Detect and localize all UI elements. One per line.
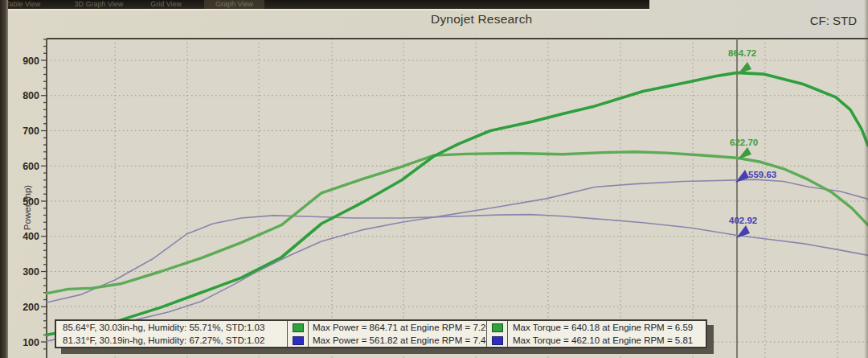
y-tick-label: 900: [23, 56, 39, 67]
series-swatch-cell: [487, 321, 508, 334]
max-power-green: Max Power = 864.71 at Engine RPM = 7.29: [309, 321, 487, 334]
dyno-graph-window: Table View 3D Graph View Grid View Graph…: [0, 0, 868, 358]
series-swatch-cell: [288, 334, 309, 347]
y-tick-label: 300: [23, 266, 39, 278]
weather-conditions-blue: 81.31°F, 30.19in-hg, Humidity: 67.27%, S…: [56, 334, 288, 347]
max-torque-blue: Max Torque = 462.10 at Engine RPM = 5.81: [508, 334, 706, 347]
tab-table-view[interactable]: Table View: [6, 0, 40, 8]
blue-series-swatch: [293, 336, 304, 345]
series-swatch-cell: [487, 334, 508, 347]
tab-3d-graph-view[interactable]: 3D Graph View: [74, 0, 123, 8]
plot-area: [47, 39, 868, 358]
y-tick-label: 400: [23, 231, 39, 242]
tab-grid-view[interactable]: Grid View: [150, 0, 182, 8]
annotation-label: 864.72: [728, 48, 756, 58]
y-tick-label: 800: [23, 90, 39, 101]
y-tick-label: 100: [23, 337, 39, 348]
max-torque-green: Max Torque = 640.18 at Engine RPM = 6.59: [508, 321, 706, 334]
photo-edge-left: [0, 0, 8, 358]
blue-series-swatch: [492, 336, 503, 345]
y-tick-label: 700: [23, 126, 39, 137]
tab-graph-view[interactable]: Graph View: [204, 0, 264, 9]
series-swatch-cell: [288, 321, 309, 334]
green-series-swatch: [492, 323, 503, 332]
legend-box: 85.64°F, 30.03in-hg, Humidity: 55.71%, S…: [55, 319, 707, 348]
annotation-label: 559.63: [748, 170, 776, 179]
dyno-chart: 900800700600500400300200100Power (hp)864…: [0, 0, 868, 358]
y-tick-label: 200: [23, 302, 39, 313]
tab-bar-divider: [0, 9, 649, 10]
annotation-label: 622.70: [730, 138, 758, 147]
photo-edge-right: [864, 0, 868, 358]
green-series-swatch: [293, 323, 304, 332]
annotation-label: 402.92: [729, 216, 757, 225]
legend-row-blue-run: 81.31°F, 30.19in-hg, Humidity: 67.27%, S…: [56, 334, 706, 347]
view-tab-bar: Table View 3D Graph View Grid View Graph…: [0, 0, 649, 9]
y-tick-label: 600: [23, 161, 39, 172]
weather-conditions-green: 85.64°F, 30.03in-hg, Humidity: 55.71%, S…: [56, 321, 288, 334]
max-power-blue: Max Power = 561.82 at Engine RPM = 7.41: [309, 334, 487, 347]
legend-row-green-run: 85.64°F, 30.03in-hg, Humidity: 55.71%, S…: [56, 321, 706, 334]
y-axis-title: Power (hp): [23, 185, 32, 230]
